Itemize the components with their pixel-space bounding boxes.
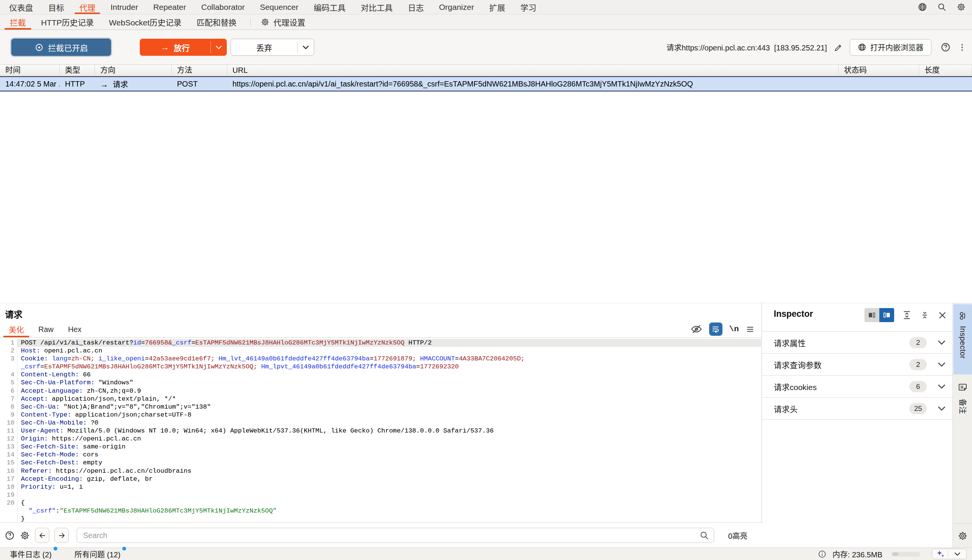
editor-line: 10Sec-Ch-Ua-Mobile: ?0	[0, 419, 762, 427]
search-help-icon[interactable]	[5, 530, 15, 541]
editor-line-text[interactable]: Sec-Ch-Ua: "Not)A;Brand";v="8","Chromium…	[17, 403, 762, 411]
column-header-direction[interactable]: 方向	[95, 65, 172, 75]
menu-item-organizer[interactable]: Organizer	[432, 0, 482, 14]
editor-line-text[interactable]: Accept: application/json,text/plain, */*	[17, 395, 762, 403]
subtab-http-history[interactable]: HTTP历史记录	[33, 14, 101, 30]
line-number: 18	[0, 483, 17, 491]
settings-gear-icon	[958, 531, 968, 541]
menu-item-proxy[interactable]: 代理	[72, 0, 103, 14]
editor-line-text[interactable]: Sec-Fetch-Site: same-origin	[17, 443, 762, 451]
proxy-settings-button[interactable]: 代理设置	[257, 14, 309, 30]
column-header-type[interactable]: 类型	[60, 65, 95, 75]
intercepted-request-row[interactable]: 14:47:02 5 Mar ...HTTP→请求POSThttps://ope…	[0, 76, 972, 92]
menu-item-target[interactable]: 目标	[41, 0, 72, 14]
search-icon[interactable]	[937, 2, 947, 12]
editor-line-text[interactable]: Sec-Ch-Ua-Platform: "Windows"	[17, 378, 762, 387]
chevron-down-icon	[937, 340, 946, 345]
editor-line-text[interactable]: Referer: https://openi.pcl.ac.cn/cloudbr…	[17, 467, 762, 475]
editor-settings-button[interactable]	[954, 523, 972, 548]
inspector-section-request-headers[interactable]: 请求头25	[762, 398, 953, 420]
browser-globe-icon[interactable]	[918, 2, 927, 12]
all-issues-button[interactable]: 所有问题 (12)	[74, 548, 125, 560]
line-number: 12	[0, 435, 17, 443]
inspector-section-request-attributes[interactable]: 请求属性2	[762, 332, 953, 353]
column-header-method[interactable]: 方法	[172, 65, 227, 75]
collapse-all-icon[interactable]	[920, 310, 930, 320]
message-editor-panel: 请求 美化RawHex \n 1POST /api/v1/ai_task/res…	[0, 303, 972, 547]
layout-split-column-button[interactable]	[879, 308, 894, 322]
editor-line-text[interactable]: Accept-Encoding: gzip, deflate, br	[17, 475, 762, 483]
menu-item-dashboard[interactable]: 仪表盘	[2, 0, 41, 14]
show-newlines-toggle[interactable]: \n	[729, 325, 739, 333]
ai-button-divider	[948, 550, 948, 557]
menu-item-sequencer[interactable]: Sequencer	[252, 0, 306, 14]
editor-line-text[interactable]: "_csrf":"EsTAPMF5dNW621MBsJ8HAHloG286MTc…	[17, 507, 762, 515]
menu-item-extensions[interactable]: 扩展	[482, 0, 513, 14]
expand-all-icon[interactable]	[902, 310, 912, 320]
request-tab-hex[interactable]: Hex	[61, 322, 89, 337]
magnifier-icon[interactable]	[699, 530, 709, 540]
forward-dropdown-button[interactable]	[211, 39, 227, 56]
settings-gear-icon[interactable]	[957, 2, 966, 12]
editor-line-text[interactable]: Priority: u=1, i	[17, 483, 762, 491]
menu-item-repeater[interactable]: Repeater	[146, 0, 193, 14]
info-circle-icon[interactable]	[818, 550, 826, 558]
editor-line-text[interactable]: }	[17, 515, 762, 522]
drop-dropdown-button[interactable]	[298, 39, 314, 55]
column-header-length[interactable]: 长度	[919, 65, 972, 75]
side-tab-notes[interactable]: 备注	[954, 378, 972, 420]
menu-item-logger[interactable]: 日志	[400, 0, 432, 14]
more-options-kebab-icon[interactable]	[958, 43, 967, 52]
menu-item-comparer[interactable]: 对比工具	[353, 0, 400, 14]
menu-item-intruder[interactable]: Intruder	[103, 0, 146, 14]
forward-button[interactable]: → 放行	[140, 39, 211, 56]
ai-assistant-split-button[interactable]	[932, 548, 967, 559]
menu-item-decoder[interactable]: 编码工具	[306, 0, 353, 14]
intercept-toggle-button[interactable]: 拦截已开启	[12, 39, 111, 56]
inspector-section-request-cookies[interactable]: 请求cookies6	[762, 376, 953, 398]
menu-item-collaborator[interactable]: Collaborator	[194, 0, 252, 14]
word-wrap-toggle[interactable]	[709, 322, 723, 336]
edit-pencil-icon[interactable]	[834, 43, 843, 52]
help-circle-icon[interactable]	[940, 42, 951, 52]
subtab-match-replace[interactable]: 匹配和替换	[189, 14, 244, 30]
column-header-url[interactable]: URL	[227, 65, 839, 75]
editor-line-text[interactable]: Sec-Fetch-Mode: cors	[17, 451, 762, 459]
editor-line-text[interactable]: Sec-Ch-Ua-Mobile: ?0	[17, 419, 762, 427]
main-menubar: 仪表盘目标代理IntruderRepeaterCollaboratorSeque…	[0, 0, 972, 14]
open-embedded-browser-button[interactable]: 打开内嵌浏览器	[850, 39, 931, 56]
editor-line-text[interactable]: POST /api/v1/ai_task/restart?id=766958&_…	[17, 339, 762, 347]
column-header-status[interactable]: 状态码	[839, 65, 919, 75]
search-input[interactable]	[77, 528, 714, 543]
request-tab-pretty[interactable]: 美化	[2, 322, 31, 337]
subtab-websocket-history[interactable]: WebSocket历史记录	[101, 14, 189, 30]
column-header-time[interactable]: 时间	[0, 65, 60, 75]
editor-line-text[interactable]: Host: openi.pcl.ac.cn	[17, 347, 762, 355]
editor-line-text[interactable]: Accept-Language: zh-CN,zh;q=0.9	[17, 387, 762, 395]
drop-button[interactable]: 丢弃	[231, 39, 298, 55]
subtab-intercept[interactable]: 拦截	[2, 14, 33, 30]
search-previous-button[interactable]	[35, 528, 49, 543]
editor-line-text[interactable]: Sec-Fetch-Dest: empty	[17, 459, 762, 467]
layout-single-column-button[interactable]	[865, 308, 879, 322]
editor-menu-icon[interactable]	[746, 325, 755, 334]
menu-item-learn[interactable]: 学习	[513, 0, 544, 14]
editor-line-text[interactable]: User-Agent: Mozilla/5.0 (Windows NT 10.0…	[17, 427, 762, 435]
inspector-section-request-query-params[interactable]: 请求查询参数2	[762, 353, 953, 376]
open-browser-label: 打开内嵌浏览器	[870, 42, 923, 53]
editor-line-text[interactable]: Content-Type: application/json;charset=U…	[17, 411, 762, 419]
cell-direction: →请求	[95, 78, 172, 90]
http-request-editor[interactable]: 1POST /api/v1/ai_task/restart?id=766958&…	[0, 338, 762, 522]
editor-line-text[interactable]	[17, 491, 762, 499]
hide-nonprintable-eye-icon[interactable]	[691, 324, 702, 334]
event-log-button[interactable]: 事件日志 (2)	[10, 548, 56, 560]
search-next-button[interactable]	[54, 528, 69, 543]
request-tab-raw[interactable]: Raw	[31, 322, 61, 337]
editor-line-text[interactable]: {	[17, 499, 762, 507]
editor-line-text[interactable]: Origin: https://openi.pcl.ac.cn	[17, 435, 762, 443]
editor-line-text[interactable]: Content-Length: 66	[17, 371, 762, 378]
close-icon[interactable]	[937, 310, 947, 320]
editor-line-text[interactable]: Cookie: lang=zh-CN; i_like_openi=42a53ae…	[17, 355, 762, 371]
search-settings-gear-icon[interactable]	[20, 530, 30, 541]
side-tab-inspector[interactable]: Inspector	[954, 304, 972, 375]
